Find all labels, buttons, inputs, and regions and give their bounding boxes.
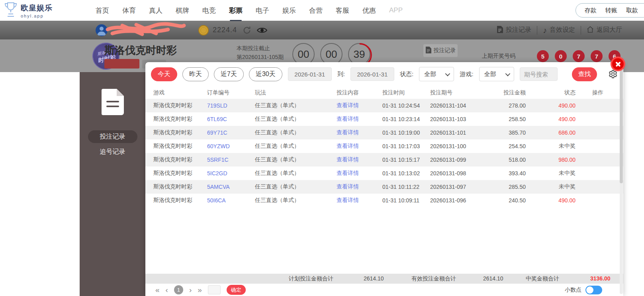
sidebar-item[interactable]: 投注记录	[88, 130, 137, 143]
period-search-input[interactable]	[520, 67, 558, 81]
trophy-icon	[4, 2, 18, 19]
view-details-link[interactable]: 查看详情	[337, 183, 382, 190]
site-logo[interactable]: 欧皇娱乐 ohyl.app	[4, 2, 53, 19]
valid-total-value: 2614.10	[483, 275, 503, 282]
draw-number-ball: 7	[573, 50, 585, 62]
date-from-input[interactable]	[288, 67, 332, 81]
status-select[interactable]: 全部	[419, 67, 454, 81]
nav-menu-item[interactable]: 电子	[256, 6, 269, 15]
to-label: 到:	[337, 71, 345, 78]
column-header: 投注时间	[382, 89, 430, 96]
view-details-link[interactable]: 查看详情	[337, 197, 382, 204]
quick-date-filter[interactable]: 近7天	[214, 67, 244, 81]
close-icon[interactable]	[611, 57, 625, 71]
scrollbar-thumb[interactable]	[620, 64, 623, 183]
table-row: 斯洛伐克时时彩 60YZWD 任三直选（单式） 查看详情 01-31 10:17…	[145, 139, 623, 153]
planned-total-label: 计划投注金额合计	[289, 275, 333, 282]
table-row: 斯洛伐克时时彩 5IC2GD 任三直选（单式） 查看详情 01-31 10:13…	[145, 167, 623, 180]
date-to-input[interactable]	[350, 67, 394, 81]
status-label: 状态:	[400, 71, 413, 78]
order-id-link[interactable]: 5IC2GD	[207, 170, 255, 176]
search-button[interactable]: 查找	[572, 67, 597, 81]
nav-menu-item[interactable]: 彩票	[229, 6, 243, 15]
nav-menu-item[interactable]: 首页	[96, 6, 109, 15]
modal-scrollbar	[620, 63, 623, 294]
column-header: 投注金额	[490, 89, 526, 96]
decimal-point-label: 小数点	[565, 286, 581, 294]
redacted-username-scribble	[104, 21, 188, 40]
nav-menu-item[interactable]: 合营	[309, 6, 323, 15]
last-draw-numbers: 50776	[537, 50, 621, 62]
nav-menu-item[interactable]: 优惠	[362, 6, 376, 15]
wallet-action-button[interactable]: 转账	[605, 7, 617, 14]
order-id-link[interactable]: 5AMCVA	[207, 184, 255, 190]
game-action-button-red[interactable]	[104, 59, 139, 69]
view-details-link[interactable]: 查看详情	[337, 116, 382, 123]
nav-menu-item[interactable]: 电竞	[202, 6, 216, 15]
game-title: 斯洛伐克时时彩	[104, 43, 177, 57]
summary-row: 计划投注金额合计 2614.10 有效投注金额合计 2614.10 中奖金额合计…	[145, 274, 623, 284]
order-id-link[interactable]: 50I6CA	[207, 197, 255, 204]
table-row: 斯洛伐克时时彩 5AMCVA 任三直选（单式） 查看详情 01-31 10:11…	[145, 180, 623, 194]
user-bar: 2224.4 投注记录 ♪ 音效设定	[0, 21, 644, 39]
eye-icon[interactable]	[257, 26, 267, 34]
quick-date-filter[interactable]: 昨天	[182, 67, 209, 81]
nav-menu-item[interactable]: 娱乐	[282, 6, 296, 15]
column-header: 游戏	[153, 89, 207, 96]
win-total-label: 中奖金额合计	[526, 275, 559, 282]
home-icon	[587, 26, 594, 35]
site-domain: ohyl.app	[21, 14, 53, 18]
column-header: 订单编号	[207, 89, 255, 96]
wallet-action-button[interactable]: 存款	[585, 7, 597, 14]
decimal-toggle[interactable]	[585, 286, 602, 294]
page-confirm-button[interactable]: 确定	[227, 285, 246, 295]
table-header-row: 游戏订单编号玩法投注内容投注时间投注期号投注金额状态操作	[145, 87, 623, 99]
game-label: 游戏:	[460, 71, 473, 78]
wallet-actions: 存款转账取款	[575, 3, 644, 18]
last-page-button[interactable]: »	[198, 286, 202, 294]
view-details-link[interactable]: 查看详情	[337, 143, 382, 150]
music-note-icon: ♪	[543, 26, 547, 34]
first-page-button[interactable]: «	[155, 286, 160, 294]
view-details-link[interactable]: 查看详情	[337, 102, 382, 109]
top-navbar: 欧皇娱乐 ohyl.app 首页体育真人棋牌电竞彩票电子娱乐合营客服优惠APP …	[0, 0, 644, 21]
next-page-button[interactable]: ›	[189, 286, 192, 294]
nav-menu-item[interactable]: 真人	[149, 6, 162, 15]
main-menu: 首页体育真人棋牌电竞彩票电子娱乐合营客服优惠APP	[96, 6, 403, 15]
wallet-action-button[interactable]: 取款	[626, 7, 638, 14]
column-header: 玩法	[255, 89, 337, 96]
quick-date-filter[interactable]: 今天	[151, 67, 177, 81]
bet-records-link[interactable]: 投注记录	[497, 26, 531, 35]
game-select[interactable]: 全部	[479, 67, 514, 81]
order-id-link[interactable]: 719SLD	[207, 102, 255, 109]
coin-icon	[198, 25, 209, 35]
column-header: 操作	[575, 89, 603, 96]
sidebar-item[interactable]: 追号记录	[88, 145, 137, 158]
nav-menu-item[interactable]: APP	[389, 6, 403, 14]
current-page[interactable]: 1	[174, 285, 183, 294]
table-row: 斯洛伐克时时彩 50I6CA 任三直选（单式） 查看详情 01-31 10:09…	[145, 194, 623, 207]
document-icon	[425, 47, 431, 55]
view-details-link[interactable]: 查看详情	[337, 170, 382, 177]
prev-page-button[interactable]: ‹	[166, 286, 168, 294]
column-header: 状态	[526, 89, 575, 96]
sound-settings-link[interactable]: ♪ 音效设定	[543, 26, 575, 34]
back-to-lobby-link[interactable]: 返回大厅	[587, 26, 622, 35]
pagination-bar: « ‹ 1 › » 确定 小数点	[145, 284, 623, 296]
bet-records-button[interactable]: 投注记录	[423, 44, 458, 57]
filter-bar: 今天昨天近7天近30天 到: 状态: 全部 游戏: 全部 查找	[145, 62, 623, 81]
order-id-link[interactable]: 6TL69C	[207, 116, 255, 122]
nav-menu-item[interactable]: 棋牌	[176, 6, 189, 15]
page-jump-input[interactable]	[208, 285, 221, 294]
order-id-link[interactable]: 5SRF1C	[207, 157, 255, 163]
view-details-link[interactable]: 查看详情	[337, 129, 382, 136]
order-id-link[interactable]: 69Y71C	[207, 129, 255, 136]
document-icon	[497, 26, 503, 35]
view-details-link[interactable]: 查看详情	[337, 156, 382, 163]
refresh-icon[interactable]	[243, 26, 251, 35]
order-id-link[interactable]: 60YZWD	[207, 143, 255, 149]
nav-menu-item[interactable]: 体育	[122, 6, 136, 15]
nav-menu-item[interactable]: 客服	[336, 6, 349, 15]
draw-number-ball: 5	[537, 50, 549, 62]
quick-date-filter[interactable]: 近30天	[249, 67, 282, 81]
